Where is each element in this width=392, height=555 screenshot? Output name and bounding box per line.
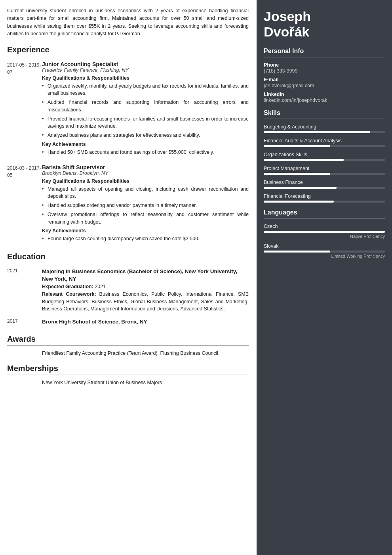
exp-achievement: Handled 50+ SMB accounts and found savin… (42, 149, 249, 156)
exp-bullet: Analyzed business plans and strategies f… (42, 132, 249, 139)
memberships-text: New York University Student Union of Bus… (42, 380, 249, 385)
education-section: Education 2021Majoring in Business Econo… (7, 252, 249, 327)
skill-name: Financial Audits & Account Analysis (264, 138, 385, 144)
edu-coursework: Relevant Coursework: Business Economics,… (42, 291, 249, 313)
languages-heading: Languages (264, 209, 385, 219)
skill-item: Organizations Skills (264, 152, 385, 161)
skill-item: Financial Forecasting (264, 193, 385, 203)
language-item: SlovakLimited Working Proficiency (264, 243, 385, 258)
exp-company: Frederick Family Finance, Flushing, NY (42, 67, 249, 73)
language-name: Czech (264, 224, 385, 229)
languages-list: CzechNative ProficiencySlovakLimited Wor… (264, 224, 385, 258)
exp-bullet: Managed all aspects of opening and closi… (42, 186, 249, 201)
exp-dates: 2016-03 - 2017-05 (7, 164, 42, 245)
skill-bar-bg (264, 173, 385, 175)
exp-title: Junior Accounting Specialist (42, 61, 249, 67)
edu-expected: Expected Graduation: 2021 (42, 284, 249, 289)
experience-heading: Experience (7, 45, 249, 56)
memberships-section: Memberships New York University Student … (7, 364, 249, 385)
education-heading: Education (7, 252, 249, 263)
skill-bar-fill (264, 145, 330, 147)
phone-value: (718) 333-9999 (264, 68, 385, 74)
exp-qualifications-heading: Key Qualifications & Responsibilities (42, 178, 249, 184)
skill-bar-fill (264, 187, 337, 189)
linkedin-value: linkedin.com/in/josephdvorak (264, 98, 385, 103)
skill-bar-fill (264, 201, 334, 203)
right-column: Joseph Dvořák Personal Info Phone (718) … (257, 0, 392, 555)
skill-bar-bg (264, 187, 385, 189)
email-label: E-mail (264, 77, 385, 82)
left-column: Current university student enrolled in b… (0, 0, 257, 555)
exp-company: Brooklyn Beans, Brooklyn, NY (42, 170, 249, 176)
language-bar-fill (264, 231, 385, 233)
skill-bar-fill (264, 131, 370, 133)
summary: Current university student enrolled in b… (7, 7, 249, 38)
exp-qualifications-heading: Key Qualifications & Responsibilities (42, 75, 249, 81)
language-name: Slovak (264, 243, 385, 249)
memberships-heading: Memberships (7, 364, 249, 375)
skill-bar-fill (264, 159, 344, 161)
personal-info-heading: Personal Info (264, 48, 385, 57)
exp-bullets: Managed all aspects of opening and closi… (42, 186, 249, 226)
experience-item: 2017-05 - 2019-07Junior Accounting Speci… (7, 61, 249, 158)
language-bar-bg (264, 251, 385, 253)
language-bar-fill (264, 251, 330, 253)
awards-heading: Awards (7, 335, 249, 346)
awards-section: Awards Friendliest Family Accounting Pra… (7, 335, 249, 356)
edu-content: Majoring in Business Economics (Bachelor… (42, 268, 249, 313)
skill-name: Financial Forecasting (264, 193, 385, 199)
exp-bullets: Organized weekly, monthly, and yearly bu… (42, 82, 249, 139)
exp-achievement: Found large cash-counting discrepancy wh… (42, 235, 249, 243)
skill-bar-bg (264, 145, 385, 147)
exp-achievements-heading: Key Achievements (42, 142, 249, 147)
skills-list: Budgeting & AccountingFinancial Audits &… (264, 124, 385, 203)
skill-bar-bg (264, 201, 385, 203)
edu-year: 2021 (7, 268, 42, 313)
language-bar-bg (264, 231, 385, 233)
exp-bullet: Oversaw promotional offerings to reflect… (42, 211, 249, 226)
experience-section: Experience 2017-05 - 2019-07Junior Accou… (7, 45, 249, 245)
language-item: CzechNative Proficiency (264, 224, 385, 239)
exp-dates: 2017-05 - 2019-07 (7, 61, 42, 158)
skill-bar-fill (264, 173, 330, 175)
exp-bullet: Provided financial forecasting models fo… (42, 115, 249, 130)
education-item: 2021Majoring in Business Economics (Bach… (7, 268, 249, 313)
exp-achievements-bullets: Handled 50+ SMB accounts and found savin… (42, 149, 249, 156)
exp-title: Barista Shift Supervisor (42, 164, 249, 170)
education-item: 2017Bronx High School of Science, Bronx,… (7, 318, 249, 327)
skill-bar-bg (264, 131, 385, 133)
skill-name: Business Finance (264, 180, 385, 185)
experience-list: 2017-05 - 2019-07Junior Accounting Speci… (7, 61, 249, 245)
skills-heading: Skills (264, 109, 385, 119)
skill-item: Business Finance (264, 180, 385, 189)
skill-item: Budgeting & Accounting (264, 124, 385, 133)
exp-bullet: Audited financial records and supporting… (42, 99, 249, 114)
experience-item: 2016-03 - 2017-05Barista Shift Superviso… (7, 164, 249, 245)
skill-name: Organizations Skills (264, 152, 385, 157)
language-level: Limited Working Proficiency (264, 254, 385, 258)
education-list: 2021Majoring in Business Economics (Bach… (7, 268, 249, 327)
exp-bullet: Handled supplies ordering and vendor pay… (42, 202, 249, 209)
email-value: joe.dvorak@gmail.com (264, 83, 385, 88)
edu-degree: Bronx High School of Science, Bronx, NY (42, 318, 249, 326)
skill-name: Budgeting & Accounting (264, 124, 385, 130)
edu-year: 2017 (7, 318, 42, 327)
exp-content: Barista Shift SupervisorBrooklyn Beans, … (42, 164, 249, 245)
linkedin-label: LinkedIn (264, 92, 385, 97)
exp-achievements-bullets: Found large cash-counting discrepancy wh… (42, 235, 249, 243)
skill-bar-bg (264, 159, 385, 161)
skill-name: Project Management (264, 166, 385, 171)
exp-bullet: Organized weekly, monthly, and yearly bu… (42, 82, 249, 98)
edu-degree: Majoring in Business Economics (Bachelor… (42, 268, 249, 283)
exp-achievements-heading: Key Achievements (42, 228, 249, 233)
awards-text: Friendliest Family Accounting Practice (… (42, 350, 249, 356)
skill-item: Project Management (264, 166, 385, 175)
language-level: Native Proficiency (264, 234, 385, 239)
exp-content: Junior Accounting SpecialistFrederick Fa… (42, 61, 249, 158)
candidate-name: Joseph Dvořák (264, 9, 385, 40)
edu-content: Bronx High School of Science, Bronx, NY (42, 318, 249, 327)
phone-label: Phone (264, 62, 385, 68)
skill-item: Financial Audits & Account Analysis (264, 138, 385, 147)
